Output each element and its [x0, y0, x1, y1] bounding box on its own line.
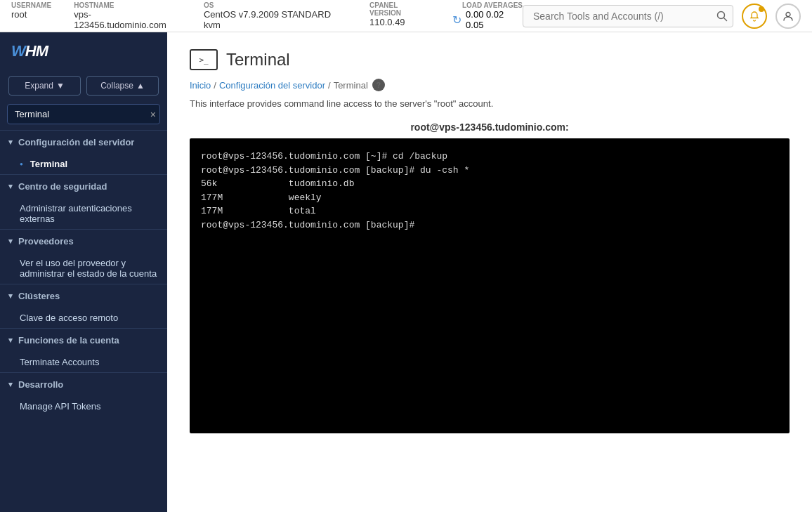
section-label-funciones: Funciones de la cuenta [18, 335, 119, 346]
description: This interface provides command line acc… [190, 98, 790, 109]
chevron-down-icon: ▾ [8, 138, 13, 147]
sidebar-section-header-proveedores[interactable]: ▾ Proveedores [0, 230, 167, 253]
sidebar-section-header-clusteres[interactable]: ▾ Clústeres [0, 284, 167, 308]
sidebar: WHM Expand ▼ Collapse ▲ × ▾ Configuració… [0, 32, 167, 512]
sidebar-item-proveedor-label: Ver el uso del proveedor y administrar e… [20, 258, 159, 279]
breadcrumb-config[interactable]: Configuración del servidor [219, 80, 325, 91]
sidebar-item-terminal[interactable]: Terminal [0, 154, 167, 174]
breadcrumb: Inicio / Configuración del servidor / Te… [190, 79, 790, 91]
content-inner: >_ Terminal Inicio / Configuración del s… [167, 32, 812, 512]
terminal-icon-glyph: >_ [199, 55, 208, 65]
sidebar-section-header-desarrollo[interactable]: ▾ Desarrollo [0, 373, 167, 396]
section-label-clusteres: Clústeres [18, 291, 60, 301]
page-title: Terminal [226, 50, 290, 70]
breadcrumb-sep-2: / [328, 80, 331, 91]
expand-label: Expand [25, 81, 53, 91]
sidebar-section-clusteres: ▾ Clústeres Clave de acceso remoto [0, 284, 167, 328]
section-label-configuracion: Configuración del servidor [18, 137, 134, 147]
load-values: 0.00 0.02 0.05 [466, 9, 523, 30]
load-label: Load Averages [462, 1, 523, 9]
breadcrumb-sep-1: / [214, 80, 216, 91]
sidebar-section-header-funciones[interactable]: ▾ Funciones de la cuenta [0, 329, 167, 352]
bell-icon [749, 11, 760, 22]
top-bar: Username root Hostname vps-123456.tudomi… [0, 0, 812, 32]
hostname-value: vps-123456.tudominio.com [74, 9, 181, 30]
sidebar-search-input[interactable] [7, 104, 160, 124]
expand-chevron-icon: ▼ [56, 81, 65, 91]
section-label-proveedores: Proveedores [18, 236, 74, 247]
sidebar-item-api-label: Manage API Tokens [20, 401, 100, 412]
username-value: root [11, 9, 51, 20]
sidebar-section-desarrollo: ▾ Desarrollo Manage API Tokens [0, 372, 167, 416]
sidebar-item-admin-auth-label: Administrar autenticaciones externas [20, 203, 159, 224]
refresh-icon[interactable]: ↻ [452, 13, 461, 27]
main-content: >_ Terminal Inicio / Configuración del s… [167, 32, 812, 512]
clear-icon: × [150, 109, 156, 120]
sidebar-section-seguridad: ▾ Centro de seguridad Administrar autent… [0, 174, 167, 229]
search-container [523, 5, 733, 27]
username-label: Username [11, 1, 51, 9]
cpanel-value: 110.0.49 [369, 17, 430, 27]
sidebar-item-terminal-label: Terminal [30, 159, 67, 169]
sidebar-item-terminate-label: Terminate Accounts [20, 357, 99, 367]
terminal-window[interactable]: root@vps-123456.tudominio.com [~]# cd /b… [190, 138, 790, 433]
section-label-seguridad: Centro de seguridad [18, 181, 107, 192]
top-bar-os: OS CentOS v7.9.2009 STANDARD kvm [204, 1, 347, 30]
chevron-down-icon-6: ▾ [8, 380, 13, 389]
top-bar-hostname: Hostname vps-123456.tudominio.com [74, 1, 181, 30]
search-icon [716, 11, 728, 22]
sidebar-item-clave-label: Clave de acceso remoto [20, 313, 118, 323]
top-bar-username: Username root [11, 1, 51, 30]
sidebar-item-clave-acceso[interactable]: Clave de acceso remoto [0, 308, 167, 328]
page-title-row: >_ Terminal [190, 49, 790, 70]
user-menu-button[interactable] [775, 4, 801, 29]
sidebar-section-funciones: ▾ Funciones de la cuenta Terminate Accou… [0, 328, 167, 372]
cpanel-label: cPanel Version [369, 1, 430, 17]
whm-logo: WHM [11, 42, 48, 60]
top-bar-right [523, 4, 801, 29]
user-icon [782, 11, 794, 22]
breadcrumb-current: Terminal [334, 80, 368, 91]
collapse-button[interactable]: Collapse ▲ [86, 76, 159, 96]
sidebar-logo: WHM [0, 32, 167, 70]
terminal-icon: >_ [190, 49, 218, 70]
top-bar-cpanel: cPanel Version 110.0.49 [369, 1, 430, 30]
breadcrumb-inicio[interactable]: Inicio [190, 80, 211, 91]
search-input[interactable] [523, 5, 733, 27]
sidebar-item-admin-auth[interactable]: Administrar autenticaciones externas [0, 198, 167, 229]
svg-point-2 [786, 12, 790, 16]
chevron-down-icon-5: ▾ [8, 336, 13, 345]
top-bar-info: Username root Hostname vps-123456.tudomi… [11, 1, 523, 30]
sidebar-section-proveedores: ▾ Proveedores Ver el uso del proveedor y… [0, 229, 167, 284]
sidebar-section-header-seguridad[interactable]: ▾ Centro de seguridad [0, 175, 167, 198]
sidebar-section-header-configuracion[interactable]: ▾ Configuración del servidor [0, 131, 167, 154]
help-icon[interactable]: ? [372, 79, 385, 91]
sidebar-item-terminate[interactable]: Terminate Accounts [0, 352, 167, 372]
sidebar-item-proveedor[interactable]: Ver el uso del proveedor y administrar e… [0, 253, 167, 284]
chevron-down-icon-2: ▾ [8, 182, 13, 191]
whm-logo-text: W [11, 42, 25, 60]
chevron-down-icon-4: ▾ [8, 291, 13, 301]
sidebar-item-api[interactable]: Manage API Tokens [0, 396, 167, 416]
collapse-chevron-icon: ▲ [136, 81, 145, 91]
hostname-label: Hostname [74, 1, 181, 9]
top-bar-load: Load Averages ↻ 0.00 0.02 0.05 [452, 1, 523, 30]
notifications-button[interactable] [742, 4, 767, 29]
terminal-title: root@vps-123456.tudominio.com: [190, 122, 790, 133]
sidebar-search-clear[interactable]: × [150, 109, 156, 120]
load-avg-values: ↻ 0.00 0.02 0.05 [452, 9, 523, 30]
chevron-down-icon-3: ▾ [8, 237, 13, 246]
sidebar-actions: Expand ▼ Collapse ▲ [0, 70, 167, 101]
collapse-label: Collapse [100, 81, 133, 91]
svg-line-1 [724, 18, 727, 20]
os-label: OS [204, 1, 347, 9]
layout: WHM Expand ▼ Collapse ▲ × ▾ Configuració… [0, 32, 812, 512]
sidebar-section-configuracion: ▾ Configuración del servidor Terminal [0, 130, 167, 174]
sidebar-search-box: × [7, 104, 160, 124]
search-button[interactable] [716, 11, 728, 22]
section-label-desarrollo: Desarrollo [18, 379, 63, 390]
expand-button[interactable]: Expand ▼ [8, 76, 81, 96]
os-value: CentOS v7.9.2009 STANDARD kvm [204, 9, 347, 30]
